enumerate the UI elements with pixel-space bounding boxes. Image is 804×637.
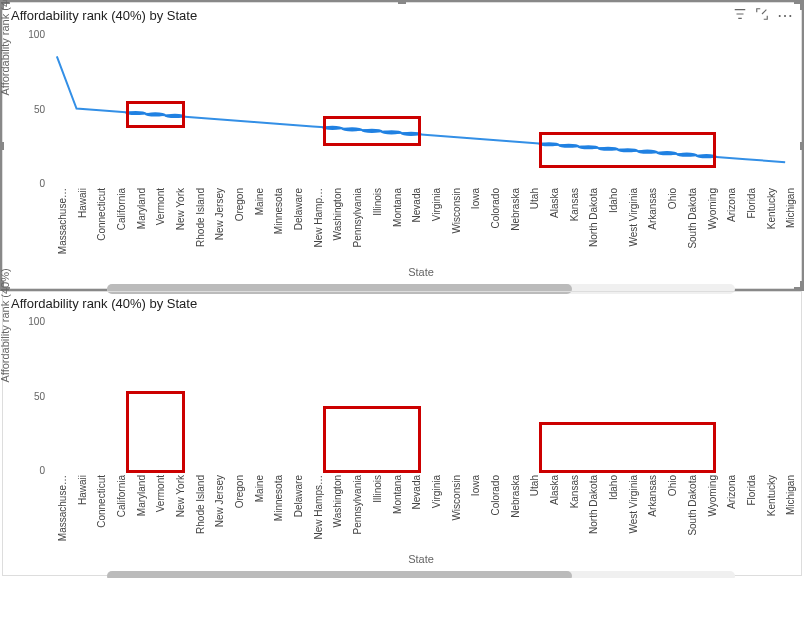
svg-point-15: [676, 153, 697, 157]
x-axis: Massachuse…HawaiiConnecticutCaliforniaMa…: [47, 471, 795, 551]
x-tick-label: Michigan: [785, 188, 796, 228]
y-tick-label: 50: [17, 103, 45, 114]
bar-plot[interactable]: 050100: [47, 321, 795, 471]
y-tick-label: 100: [17, 29, 45, 40]
svg-point-0: [125, 111, 146, 115]
svg-point-4: [342, 127, 363, 131]
y-axis-label: Affordability rank (40%): [0, 268, 11, 382]
bar-chart-area: Affordability rank (40%) 050100 Massachu…: [3, 315, 801, 575]
svg-point-13: [637, 150, 658, 154]
svg-point-9: [558, 144, 579, 148]
y-tick-label: 50: [17, 390, 45, 401]
svg-point-16: [696, 154, 717, 158]
svg-point-6: [381, 130, 402, 134]
svg-point-14: [657, 151, 678, 155]
svg-point-1: [145, 112, 166, 116]
y-tick-label: 0: [17, 465, 45, 476]
svg-point-7: [401, 132, 422, 136]
svg-point-2: [164, 114, 185, 118]
x-axis-label: State: [47, 264, 795, 284]
x-axis-label: State: [47, 551, 795, 571]
bar-chart-panel[interactable]: Affordability rank (40%) by State Afford…: [2, 291, 802, 576]
x-tick-label: Michigan: [785, 475, 796, 515]
y-axis-label: Affordability rank (40%): [0, 0, 11, 96]
panel-header: Affordability rank (40%) by State ⋯: [3, 3, 801, 28]
horizontal-scrollbar[interactable]: [107, 571, 735, 578]
svg-point-10: [578, 145, 599, 149]
svg-point-8: [538, 142, 559, 146]
svg-point-3: [322, 126, 343, 130]
svg-point-11: [598, 147, 619, 151]
line-chart-panel[interactable]: Affordability rank (40%) by State ⋯ Affo…: [2, 2, 802, 289]
svg-point-5: [361, 129, 382, 133]
x-axis: Massachuse…HawaiiConnecticutCaliforniaMa…: [47, 184, 795, 264]
svg-point-12: [617, 148, 638, 152]
chart-title: Affordability rank (40%) by State: [11, 296, 793, 311]
chart-title: Affordability rank (40%) by State: [11, 8, 733, 23]
panel-header: Affordability rank (40%) by State: [3, 292, 801, 315]
line-plot[interactable]: 050100: [47, 34, 795, 184]
filter-icon[interactable]: [733, 7, 747, 24]
more-options-icon[interactable]: ⋯: [777, 11, 793, 21]
focus-mode-icon[interactable]: [755, 7, 769, 24]
line-chart-area: Affordability rank (40%) 050100 Massachu…: [3, 28, 801, 288]
y-tick-label: 0: [17, 178, 45, 189]
y-tick-label: 100: [17, 316, 45, 327]
